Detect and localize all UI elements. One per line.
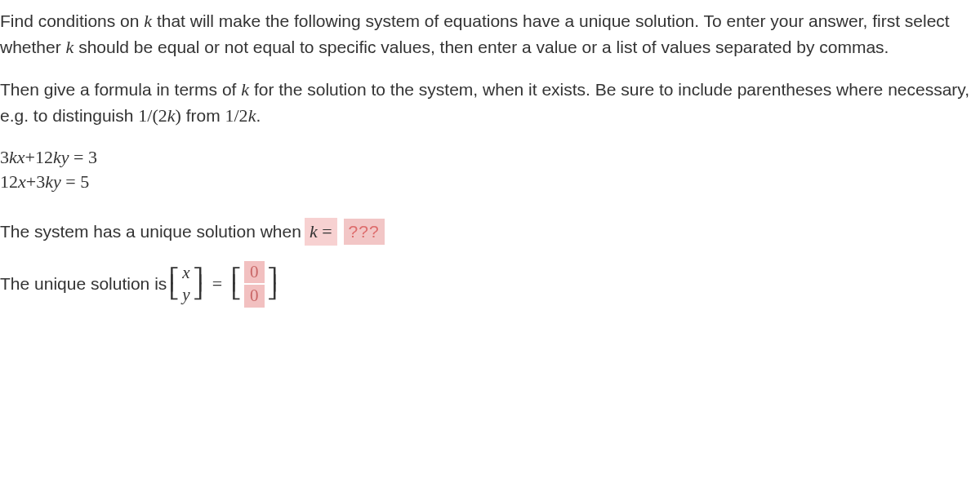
fraction-example-1: 1/(2: [138, 105, 167, 126]
text: from: [181, 106, 225, 125]
equation-1: 3kx+12ky = 3: [0, 145, 980, 171]
variable-k: k: [248, 105, 256, 126]
left-bracket-icon: ⎡⎢⎣: [170, 273, 180, 297]
instruction-paragraph-2: Then give a formula in terms of k for th…: [0, 77, 980, 129]
coef: +3: [26, 171, 45, 192]
system-of-equations: 3kx+12ky = 3 12x+3ky = 5: [0, 145, 980, 196]
variable-k: k: [241, 79, 249, 100]
instruction-paragraph-1: Find conditions on k that will make the …: [0, 8, 980, 60]
equation-2: 12x+3ky = 5: [0, 170, 980, 195]
solution-vector: ⎡⎢⎣ 0 0 ⎤⎥⎦: [233, 260, 276, 308]
coef: 3: [0, 147, 9, 167]
text: .: [256, 106, 261, 125]
paren: ): [176, 105, 181, 126]
variable-k: k: [144, 11, 152, 31]
unique-solution-condition-line: The system has a unique solution when k …: [0, 218, 980, 246]
solution-x-input[interactable]: 0: [244, 261, 265, 283]
xy-vector: ⎡⎢⎣ x y ⎤⎥⎦: [171, 262, 201, 307]
vector-x: x: [182, 262, 189, 284]
fraction-example-2: 1/2: [225, 105, 248, 126]
vector-y: y: [182, 284, 189, 306]
term: x: [18, 171, 26, 192]
term: kx: [9, 147, 25, 167]
term: ky: [45, 171, 61, 192]
rhs: = 5: [61, 171, 89, 192]
solution-y-input[interactable]: 0: [244, 285, 265, 307]
variable-k: k: [66, 37, 74, 57]
variable-k: k: [167, 105, 176, 126]
rhs: = 3: [69, 147, 96, 167]
k-equals-selector[interactable]: k =: [305, 218, 337, 246]
right-bracket-icon: ⎤⎥⎦: [193, 273, 203, 297]
unique-solution-line: The unique solution is ⎡⎢⎣ x y ⎤⎥⎦ = ⎡⎢⎣…: [0, 260, 980, 308]
text: The system has a unique solution when: [0, 219, 301, 244]
text: The unique solution is: [0, 272, 167, 296]
left-bracket-icon: ⎡⎢⎣: [231, 273, 242, 297]
equals-sign: =: [212, 271, 222, 297]
condition-value-input[interactable]: ???: [344, 219, 385, 245]
right-bracket-icon: ⎤⎥⎦: [267, 273, 278, 297]
text: should be equal or not equal to specific…: [74, 38, 889, 56]
term: ky: [53, 147, 69, 167]
coef: 12: [0, 171, 18, 192]
text: Find conditions on: [0, 11, 144, 30]
text: Then give a formula in terms of: [0, 80, 241, 99]
coef: +12: [25, 147, 53, 167]
